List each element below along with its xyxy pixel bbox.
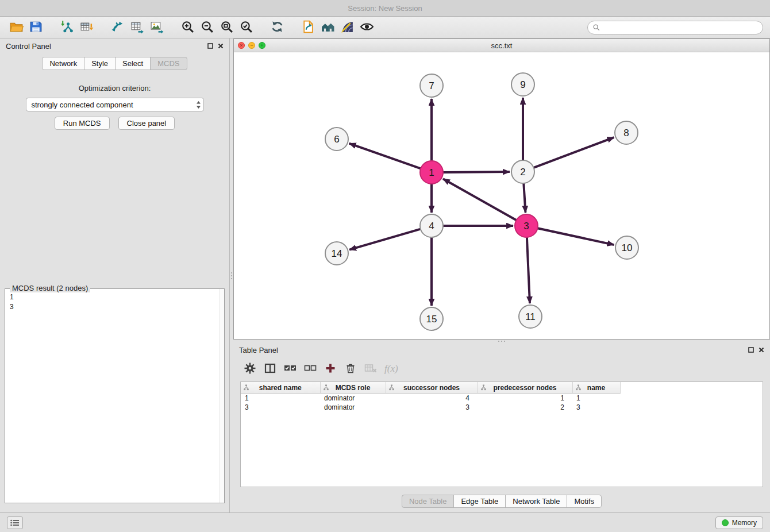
function-builder-icon: f(x) bbox=[384, 363, 398, 375]
float-table-panel-icon[interactable] bbox=[748, 347, 754, 353]
add-row-button[interactable] bbox=[322, 361, 339, 377]
tab-select[interactable]: Select bbox=[115, 57, 151, 70]
save-session-button[interactable] bbox=[26, 19, 45, 36]
table-settings-button[interactable] bbox=[241, 361, 259, 377]
node-11[interactable]: 11 bbox=[519, 305, 542, 328]
tab-edge-table[interactable]: Edge Table bbox=[453, 495, 506, 508]
add-row-icon bbox=[325, 363, 336, 376]
function-builder-button[interactable]: f(x) bbox=[382, 361, 398, 377]
tab-style[interactable]: Style bbox=[84, 57, 116, 70]
control-panel-title: Control Panel bbox=[6, 42, 51, 51]
select-all-button[interactable] bbox=[282, 361, 299, 377]
run-mcds-button[interactable]: Run MCDS bbox=[55, 117, 110, 130]
search-input[interactable] bbox=[603, 22, 758, 32]
delete-row-button[interactable] bbox=[342, 361, 359, 377]
table-row[interactable]: 1dominator411 bbox=[241, 394, 620, 403]
column-header-predecessor-nodes[interactable]: predecessor nodes bbox=[478, 382, 572, 394]
import-table-button[interactable] bbox=[77, 19, 95, 36]
close-panel-icon[interactable] bbox=[218, 43, 224, 49]
memory-button[interactable]: Memory bbox=[715, 516, 763, 529]
zoom-in-icon bbox=[180, 20, 195, 36]
close-table-panel-icon[interactable] bbox=[759, 347, 764, 353]
network-graph: 7968124314101511 bbox=[234, 52, 769, 339]
zoom-window-button[interactable]: + bbox=[259, 42, 265, 49]
column-visibility-button[interactable] bbox=[261, 361, 279, 377]
table-cell[interactable]: 1 bbox=[572, 394, 620, 403]
edge-3-1[interactable] bbox=[443, 179, 517, 220]
network-canvas[interactable]: 7968124314101511 bbox=[234, 52, 769, 339]
node-9[interactable]: 9 bbox=[511, 73, 534, 96]
node-4[interactable]: 4 bbox=[420, 214, 443, 237]
table-cell[interactable]: 3 bbox=[241, 403, 320, 412]
close-window-button[interactable]: × bbox=[238, 42, 245, 49]
column-header-shared-name[interactable]: shared name bbox=[241, 382, 320, 394]
table-panel: Table Panel f(x) bbox=[233, 342, 770, 512]
deselect-all-button[interactable] bbox=[302, 361, 319, 377]
import-network-button[interactable] bbox=[57, 19, 76, 36]
node-7[interactable]: 7 bbox=[420, 74, 443, 97]
ui-settings-button[interactable] bbox=[7, 516, 23, 529]
close-panel-button[interactable]: Close panel bbox=[118, 117, 175, 130]
tab-network[interactable]: Network bbox=[42, 57, 84, 70]
edge-1-6[interactable] bbox=[349, 144, 421, 169]
edge-2-8[interactable] bbox=[534, 137, 614, 168]
zoom-out-button[interactable] bbox=[198, 19, 216, 36]
table-cell[interactable]: 4 bbox=[386, 394, 478, 403]
show-hide-button[interactable] bbox=[357, 19, 376, 36]
tab-node-table[interactable]: Node Table bbox=[402, 495, 455, 508]
svg-text:14: 14 bbox=[332, 248, 342, 259]
edge-3-10[interactable] bbox=[538, 228, 614, 245]
edge-3-11[interactable] bbox=[527, 237, 530, 303]
edge-4-14[interactable] bbox=[349, 229, 421, 250]
table-cell[interactable]: dominator bbox=[320, 394, 386, 403]
show-hide-icon bbox=[360, 20, 374, 36]
tab-network-table[interactable]: Network Table bbox=[505, 495, 567, 508]
apply-style-button[interactable] bbox=[338, 19, 356, 36]
window-title: Session: New Session bbox=[348, 4, 422, 13]
mcds-buttons: Run MCDS Close panel bbox=[0, 117, 229, 130]
new-table-button[interactable] bbox=[128, 19, 146, 36]
tab-motifs[interactable]: Motifs bbox=[567, 495, 602, 508]
node-8[interactable]: 8 bbox=[615, 121, 638, 144]
delete-table-button[interactable] bbox=[362, 361, 379, 377]
network-view-title: scc.txt bbox=[234, 41, 769, 50]
zoom-selected-button[interactable] bbox=[237, 19, 255, 36]
node-10[interactable]: 10 bbox=[615, 236, 638, 259]
table-cell[interactable]: 1 bbox=[241, 394, 320, 403]
search-box[interactable] bbox=[587, 21, 763, 34]
delete-table-icon bbox=[364, 363, 377, 376]
copy-view-button[interactable] bbox=[299, 19, 317, 36]
column-header-name[interactable]: name bbox=[572, 382, 620, 394]
table-row[interactable]: 3dominator323 bbox=[241, 403, 620, 412]
table-cell[interactable]: 3 bbox=[386, 403, 478, 412]
criterion-dropdown[interactable]: strongly connected component bbox=[26, 98, 204, 111]
table-cell[interactable]: dominator bbox=[320, 403, 386, 412]
zoom-out-icon bbox=[200, 20, 214, 36]
zoom-fit-button[interactable] bbox=[217, 19, 236, 36]
table-cell[interactable]: 2 bbox=[478, 403, 572, 412]
float-panel-icon[interactable] bbox=[207, 43, 213, 49]
node-6[interactable]: 6 bbox=[325, 128, 348, 151]
column-header-successor-nodes[interactable]: successor nodes bbox=[386, 382, 478, 394]
table-cell[interactable]: 3 bbox=[572, 403, 620, 412]
open-session-button[interactable] bbox=[7, 19, 25, 36]
home-layout-button[interactable] bbox=[318, 19, 337, 36]
column-header-mcds-role[interactable]: MCDS role bbox=[320, 382, 386, 394]
tab-mcds[interactable]: MCDS bbox=[150, 57, 187, 70]
edge-2-3[interactable] bbox=[523, 183, 525, 213]
node-15[interactable]: 15 bbox=[420, 307, 443, 330]
table-cell[interactable]: 1 bbox=[478, 394, 572, 403]
export-image-button[interactable] bbox=[147, 19, 165, 36]
minimize-window-button[interactable]: − bbox=[248, 42, 255, 49]
zoom-in-button[interactable] bbox=[178, 19, 197, 36]
new-network-button[interactable] bbox=[108, 19, 126, 36]
node-14[interactable]: 14 bbox=[325, 242, 348, 265]
mcds-result-box: MCDS result (2 nodes) 13 bbox=[5, 288, 225, 503]
node-1[interactable]: 1 bbox=[420, 161, 443, 184]
node-2[interactable]: 2 bbox=[511, 160, 534, 183]
edge-1-2[interactable] bbox=[443, 172, 510, 172]
table-settings-icon bbox=[244, 363, 256, 376]
refresh-layout-button[interactable] bbox=[268, 19, 286, 36]
node-3[interactable]: 3 bbox=[515, 214, 538, 237]
list-menu-icon bbox=[10, 519, 20, 526]
